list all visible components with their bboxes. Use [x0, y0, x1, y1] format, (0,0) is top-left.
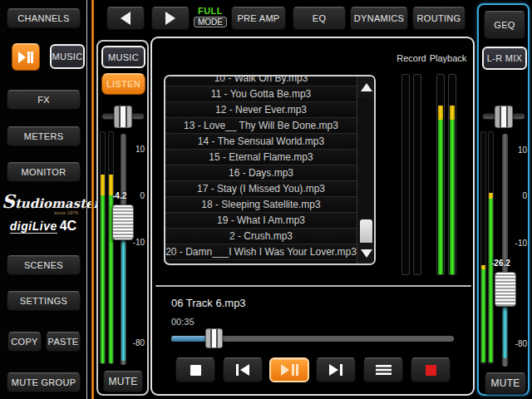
playlist-scrollbar [357, 76, 374, 264]
previous-track-button[interactable] [223, 357, 263, 382]
scale-tick-0: 0 [125, 191, 145, 200]
playlist-item[interactable]: 10 - Walk On By.mp3 [165, 75, 357, 86]
playlist-item[interactable]: 16 - Days.mp3 [165, 165, 357, 181]
scale-tick-minus10: -10 [507, 239, 527, 248]
record-meter-right [413, 74, 421, 275]
music-strip-title-button[interactable]: MUSIC [101, 46, 145, 68]
record-meter-left [401, 74, 410, 275]
sidebar-item-settings[interactable]: SETTINGS [7, 291, 81, 311]
nav-next-button[interactable] [151, 7, 190, 30]
player-section-divider [155, 285, 471, 287]
master-meter-right [488, 131, 494, 364]
playlist-item[interactable]: 19 - What I Am.mp3 [165, 213, 357, 229]
playlist-item[interactable]: 15 - Eternal Flame.mp3 [165, 150, 357, 165]
scale-tick-10: 10 [125, 145, 145, 154]
playlist-item[interactable]: 17 - Stay (I Missed You).mp3 [165, 181, 357, 197]
master-mute-button[interactable]: MUTE [485, 372, 526, 394]
tab-preamp[interactable]: PRE AMP [231, 7, 286, 30]
scale-tick-10: 10 [507, 145, 527, 155]
sidebar-divider-line [86, 0, 87, 399]
sidebar-item-fx[interactable]: FX [7, 90, 81, 110]
master-strip-title-button[interactable]: L-R MIX [482, 47, 527, 70]
copy-button[interactable]: COPY [7, 332, 42, 352]
brand-initial: S [2, 190, 15, 212]
master-meter-left [480, 131, 486, 364]
product-name: digiLive [10, 219, 57, 234]
mode-state-label: FULL [198, 6, 223, 16]
next-track-button[interactable] [316, 357, 356, 382]
scroll-up-icon [361, 83, 372, 91]
mode-label: MODE [194, 17, 227, 27]
playlist-item[interactable]: 20 - Damn___I Wish I Was Your Lover.mp3 [165, 244, 357, 260]
scroll-down-icon [361, 249, 372, 258]
tab-routing[interactable]: ROUTING [412, 7, 466, 30]
mute-group-button[interactable]: MUTE GROUP [7, 372, 81, 392]
playlist-rows: 10 - Walk On By.mp3 11 - You Gotta Be.mp… [165, 75, 357, 260]
music-meter-right [108, 131, 114, 364]
play-pause-button[interactable] [269, 357, 309, 382]
track-progress-knob[interactable] [205, 328, 223, 348]
right-arrow-icon [165, 12, 175, 25]
nav-previous-button[interactable] [106, 7, 145, 30]
music-channel-strip: MUSIC LISTEN 10 0 -10 -80 -4.2 MUTE [96, 40, 149, 396]
scale-tick-0: 0 [507, 191, 527, 200]
scroll-down-button[interactable] [357, 243, 375, 264]
playlist-item[interactable]: 18 - Sleeping Satellite.mp3 [165, 197, 357, 213]
sidebar-item-scenes[interactable]: SCENES [7, 255, 81, 275]
product-logo: digiLive4C [2, 219, 85, 234]
tab-eq[interactable]: EQ [293, 7, 346, 30]
master-fader-knob[interactable] [495, 272, 516, 307]
listen-button[interactable]: LISTEN [101, 73, 145, 95]
digital-mixer-screen: CHANNELS MUSIC FX METERS MONITOR Studiom… [0, 0, 532, 399]
current-track-title: 06 Track 6.mp3 [171, 297, 246, 309]
master-channel-strip: GEQ L-R MIX 10 0 -10 -80 -26.2 MUTE [477, 3, 530, 396]
mode-toggle-button[interactable]: FULL MODE [193, 2, 228, 32]
scroll-up-button[interactable] [357, 76, 375, 97]
playlist-item[interactable]: 14 - The Sensual World.mp3 [165, 134, 357, 150]
tab-geq[interactable]: GEQ [484, 11, 525, 39]
playlist-item[interactable]: 12 - Never Ever.mp3 [165, 102, 357, 118]
brand-logo: Studiomaster since 1976 digiLive4C [2, 196, 85, 234]
sidebar-item-meters[interactable]: METERS [7, 126, 81, 146]
master-fader-line [503, 306, 507, 358]
music-fader-value: -4.2 [112, 191, 126, 200]
music-player-panel: 10 - Walk On By.mp3 11 - You Gotta Be.mp… [150, 37, 475, 396]
paste-button[interactable]: PASTE [46, 332, 81, 352]
left-arrow-icon [121, 12, 131, 25]
elapsed-time: 00:35 [171, 317, 195, 327]
stop-icon [190, 365, 201, 376]
tab-dynamics[interactable]: DYNAMICS [350, 7, 408, 30]
next-track-icon [329, 364, 343, 376]
previous-track-icon [236, 364, 250, 376]
playlist-item[interactable]: 11 - You Gotta Be.mp3 [165, 86, 357, 102]
record-icon [426, 365, 436, 376]
brand-name: Studiomaster [2, 196, 85, 211]
playback-meter-right [448, 74, 456, 275]
playlist: 10 - Walk On By.mp3 11 - You Gotta Be.mp… [164, 75, 376, 265]
record-button[interactable] [411, 357, 451, 382]
music-mute-button[interactable]: MUTE [103, 371, 143, 392]
playlist-menu-icon [376, 364, 392, 376]
sidebar-item-music[interactable]: MUSIC [50, 44, 85, 69]
music-meter-left [100, 131, 106, 364]
playlist-menu-button[interactable] [363, 357, 403, 382]
sidebar-item-channels[interactable]: CHANNELS [7, 8, 81, 28]
sidebar-item-monitor[interactable]: MONITOR [7, 162, 81, 182]
play-pause-icon [281, 364, 298, 376]
playback-meter-left [436, 74, 445, 275]
scale-tick-minus80: -80 [507, 339, 527, 348]
product-model: 4C [60, 219, 76, 233]
music-pan-knob[interactable] [114, 106, 132, 128]
master-pan-knob[interactable] [495, 106, 513, 128]
play-pause-icon [18, 52, 33, 63]
sidebar: CHANNELS MUSIC FX METERS MONITOR Studiom… [0, 0, 87, 399]
stop-button[interactable] [175, 357, 215, 382]
accent-divider-line [91, 0, 94, 399]
player-toggle-button[interactable] [12, 43, 40, 71]
master-fader-value: -26.2 [491, 259, 510, 268]
playlist-item[interactable]: 2 - Crush.mp3 [165, 229, 357, 244]
music-fader-knob[interactable] [112, 204, 134, 240]
scale-tick-minus80: -80 [125, 338, 145, 347]
playback-meters-label: Playback [423, 53, 473, 63]
playlist-item[interactable]: 13 - Love__ Thy Will Be Done.mp3 [165, 118, 357, 134]
